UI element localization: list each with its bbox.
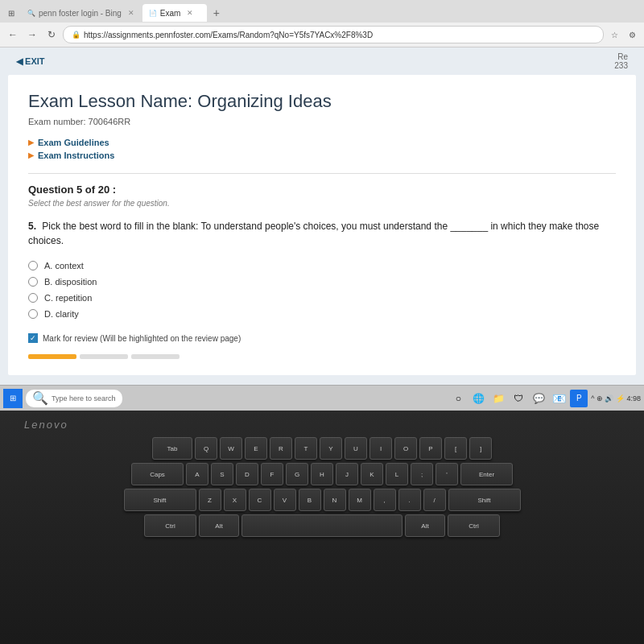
tab-exam-close[interactable]: ✕ <box>187 9 193 17</box>
progress-filled <box>28 354 76 359</box>
exam-instructions-link[interactable]: ▶ Exam Instructions <box>28 151 616 160</box>
key-n[interactable]: N <box>324 489 346 511</box>
key-u[interactable]: U <box>345 437 367 460</box>
key-bracket-close[interactable]: ] <box>469 437 492 460</box>
key-period[interactable]: . <box>398 489 421 511</box>
key-alt-left[interactable]: Alt <box>199 514 239 537</box>
key-c[interactable]: C <box>249 489 271 511</box>
tab-bar: ⊞ 🔍 penn foster login - Bing ✕ 📄 Exam ✕ … <box>0 0 644 23</box>
option-a[interactable]: A. context <box>28 261 616 270</box>
mark-review-label: Mark for review (Will be highlighted on … <box>43 334 241 343</box>
key-i[interactable]: I <box>369 437 392 460</box>
key-l[interactable]: L <box>386 463 408 485</box>
option-d[interactable]: D. clarity <box>28 309 616 319</box>
key-ctrl-left[interactable]: Ctrl <box>144 514 196 537</box>
exam-number: Exam number: 700646RR <box>28 117 616 126</box>
exit-link[interactable]: ◀ EXIT <box>16 56 45 67</box>
keyboard-keys: Tab Q W E R T Y U I O P [ ] Caps A S D F… <box>24 437 620 537</box>
taskbar-search[interactable]: 🔍 Type here to search <box>26 390 122 407</box>
tab-exam[interactable]: 📄 Exam ✕ <box>142 4 207 22</box>
key-y[interactable]: Y <box>320 437 342 460</box>
refresh-button[interactable]: ↻ <box>43 27 60 43</box>
key-capslock[interactable]: Caps <box>131 463 184 485</box>
start-button[interactable]: ⊞ <box>3 389 23 408</box>
taskbar-app-icon[interactable]: P <box>570 390 588 407</box>
key-tab[interactable]: Tab <box>152 437 192 460</box>
exam-guidelines-link[interactable]: ▶ Exam Guidelines <box>28 138 616 147</box>
url-input[interactable]: 🔒 https://assignments.pennfoster.com/Exa… <box>63 26 604 43</box>
key-k[interactable]: K <box>361 463 383 485</box>
taskbar-mail-icon[interactable]: 📧 <box>550 390 568 407</box>
collapsible-links: ▶ Exam Guidelines ▶ Exam Instructions <box>28 138 616 160</box>
key-j[interactable]: J <box>336 463 358 485</box>
key-b[interactable]: B <box>299 489 321 511</box>
tab-bing-favicon: 🔍 <box>27 10 35 17</box>
key-shift-right[interactable]: Shift <box>448 489 521 511</box>
browser-menu-icon[interactable]: ⊞ <box>3 5 19 21</box>
forward-button[interactable]: → <box>24 27 40 43</box>
key-slash[interactable]: / <box>423 489 446 511</box>
key-alt-right[interactable]: Alt <box>405 514 445 537</box>
option-b[interactable]: B. disposition <box>28 277 616 287</box>
laptop-screen: ⊞ 🔍 penn foster login - Bing ✕ 📄 Exam ✕ … <box>0 0 644 419</box>
radio-a[interactable] <box>28 261 38 270</box>
tab-bing-label: penn foster login - Bing <box>39 9 122 18</box>
key-shift-left[interactable]: Shift <box>124 489 196 511</box>
key-h[interactable]: H <box>311 463 333 485</box>
radio-c[interactable] <box>28 293 38 303</box>
key-v[interactable]: V <box>274 489 296 511</box>
key-p[interactable]: P <box>419 437 442 460</box>
taskbar-shield-icon[interactable]: 🛡 <box>510 390 527 407</box>
key-m[interactable]: M <box>349 489 371 511</box>
taskbar-folder-icon[interactable]: 📁 <box>489 390 507 407</box>
key-space[interactable] <box>242 514 402 537</box>
key-enter[interactable]: Enter <box>460 463 513 485</box>
option-c[interactable]: C. repetition <box>28 293 616 303</box>
page-content: ◀ EXIT Re 233 Exam Lesson Name: Organizi… <box>0 47 644 419</box>
exam-instructions-label: Exam Instructions <box>38 151 114 160</box>
key-r[interactable]: R <box>270 437 292 460</box>
key-w[interactable]: W <box>220 437 242 460</box>
key-bracket-open[interactable]: [ <box>444 437 467 460</box>
key-e[interactable]: E <box>245 437 267 460</box>
key-d[interactable]: D <box>236 463 258 485</box>
browser-chrome: ⊞ 🔍 penn foster login - Bing ✕ 📄 Exam ✕ … <box>0 0 644 47</box>
search-input-placeholder[interactable]: Type here to search <box>52 394 116 402</box>
answer-options: A. context B. disposition C. repetition … <box>28 261 616 319</box>
question-text: 5. Pick the best word to fill in the bla… <box>28 219 616 248</box>
key-ctrl-right[interactable]: Ctrl <box>448 514 500 537</box>
radio-d[interactable] <box>28 309 38 319</box>
radio-b[interactable] <box>28 277 38 287</box>
key-a[interactable]: A <box>186 463 208 485</box>
key-comma[interactable]: , <box>374 489 396 511</box>
mark-review-checkbox[interactable]: ✓ <box>28 333 38 343</box>
key-z[interactable]: Z <box>199 489 221 511</box>
section-divider <box>28 173 616 174</box>
keyboard-brand: Lenovo <box>24 419 68 431</box>
guidelines-arrow-icon: ▶ <box>28 138 34 147</box>
star-button[interactable]: ☆ <box>607 27 621 42</box>
key-s[interactable]: S <box>211 463 233 485</box>
key-o[interactable]: O <box>394 437 417 460</box>
taskbar-chat-icon[interactable]: 💬 <box>530 390 547 407</box>
key-semicolon[interactable]: ; <box>411 463 433 485</box>
key-row-1: Tab Q W E R T Y U I O P [ ] <box>24 437 620 460</box>
settings-button[interactable]: ⚙ <box>625 27 639 42</box>
mark-review-row[interactable]: ✓ Mark for review (Will be highlighted o… <box>28 333 616 343</box>
key-q[interactable]: Q <box>195 437 217 460</box>
key-f[interactable]: F <box>261 463 283 485</box>
taskbar-chrome-icon[interactable]: 🌐 <box>469 390 487 407</box>
key-x[interactable]: X <box>224 489 246 511</box>
back-button[interactable]: ← <box>5 27 21 43</box>
search-icon: 🔍 <box>32 390 48 406</box>
keyboard-area: Lenovo Tab Q W E R T Y U I O P [ ] Caps … <box>0 411 644 644</box>
taskbar-circle-icon: ○ <box>449 390 467 407</box>
key-t[interactable]: T <box>295 437 317 460</box>
header-right-line1: Re <box>614 52 628 61</box>
key-g[interactable]: G <box>286 463 308 485</box>
tab-exam-favicon: 📄 <box>149 10 157 17</box>
key-quote[interactable]: ' <box>436 463 458 485</box>
tab-bing[interactable]: 🔍 penn foster login - Bing ✕ <box>21 4 141 22</box>
tab-bing-close[interactable]: ✕ <box>128 9 134 17</box>
new-tab-button[interactable]: + <box>208 5 225 21</box>
